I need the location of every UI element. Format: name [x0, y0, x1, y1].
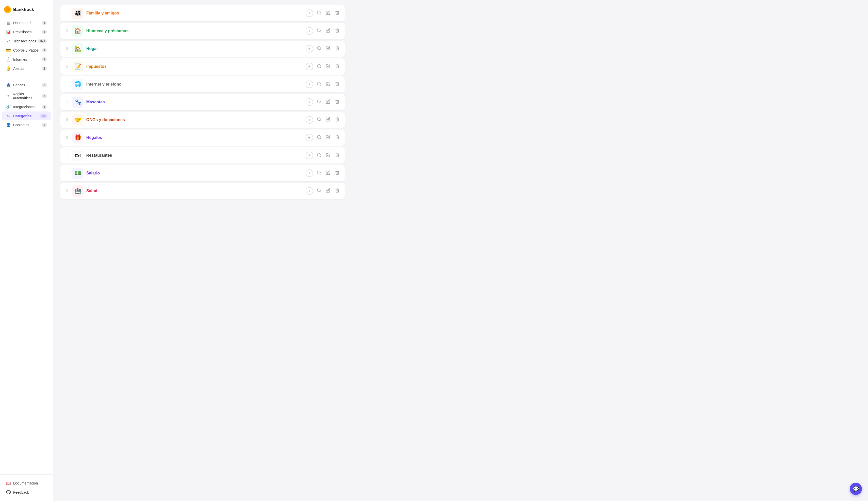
category-search-icon[interactable] — [316, 27, 322, 35]
category-delete-icon[interactable] — [334, 9, 340, 17]
category-delete-icon[interactable] — [334, 63, 340, 70]
category-search-icon[interactable] — [316, 152, 322, 159]
sidebar-bottom: 📖 Documentación 💬 Feedback — [0, 475, 53, 497]
category-search-icon[interactable] — [316, 63, 322, 70]
sidebar-label-previsiones: Previsiones — [13, 30, 32, 34]
category-edit-icon[interactable] — [325, 63, 332, 70]
drag-handle[interactable]: ⠿ — [64, 153, 69, 158]
sidebar-section-main: ▦ Dashboards 1 📊 Previsiones 1 ⇄ Transac… — [0, 18, 53, 73]
sidebar-item-contactos[interactable]: 👤 Contactos 0 — [2, 120, 51, 129]
category-search-icon[interactable] — [316, 134, 322, 141]
sidebar-item-bancos[interactable]: 🏦 Bancos 2 — [2, 81, 51, 90]
sidebar-item-previsiones[interactable]: 📊 Previsiones 1 — [2, 28, 51, 36]
category-add-button[interactable]: + — [306, 81, 313, 88]
drag-handle[interactable]: ⠿ — [64, 171, 69, 175]
category-delete-icon[interactable] — [334, 187, 340, 195]
sidebar-item-documentacion[interactable]: 📖 Documentación — [2, 479, 51, 488]
category-add-button[interactable]: + — [306, 169, 313, 177]
sidebar-item-reglas[interactable]: ✦ Reglas Automáticas 2 — [2, 90, 51, 102]
category-icon: 🏠 — [74, 28, 81, 34]
sidebar-badge-reglas: 2 — [42, 94, 47, 98]
sidebar-item-cobros[interactable]: 💳 Cobros y Pagos 1 — [2, 46, 51, 55]
sidebar-label-cobros: Cobros y Pagos — [13, 48, 39, 52]
category-row: ⠿ 🏥 Salud + — [61, 183, 345, 199]
category-search-icon[interactable] — [316, 187, 322, 195]
drag-handle[interactable]: ⠿ — [64, 11, 69, 15]
category-row: ⠿ 🐾 Mascotas + — [61, 94, 345, 110]
drag-handle[interactable]: ⠿ — [64, 47, 69, 51]
category-icon: 💵 — [74, 170, 81, 177]
svg-line-17 — [320, 156, 321, 157]
category-add-button[interactable]: + — [306, 9, 313, 17]
category-search-icon[interactable] — [316, 169, 322, 177]
category-search-icon[interactable] — [316, 45, 322, 53]
drag-handle[interactable]: ⠿ — [64, 82, 69, 86]
sidebar-label-documentacion: Documentación — [13, 481, 38, 485]
category-delete-icon[interactable] — [334, 134, 340, 141]
category-delete-icon[interactable] — [334, 27, 340, 35]
category-edit-icon[interactable] — [325, 116, 332, 124]
sidebar-item-transacciones[interactable]: ⇄ Transacciones 371 — [2, 36, 51, 46]
sidebar-item-categorias[interactable]: 🏷 Categorías 38 — [2, 111, 51, 120]
category-icon-wrap: 🏥 — [72, 185, 83, 196]
category-search-icon[interactable] — [316, 116, 322, 124]
category-delete-icon[interactable] — [334, 81, 340, 88]
drag-handle[interactable]: ⠿ — [64, 64, 69, 68]
category-add-button[interactable]: + — [306, 27, 313, 35]
sidebar-item-integraciones[interactable]: 🔗 Integraciones 1 — [2, 102, 51, 111]
category-icon-wrap: 📝 — [72, 61, 83, 72]
category-row: ⠿ 📝 Impuestos + — [61, 58, 345, 75]
sidebar-item-dashboards[interactable]: ▦ Dashboards 1 — [2, 18, 51, 28]
contactos-icon: 👤 — [6, 122, 11, 127]
category-search-icon[interactable] — [316, 9, 322, 17]
category-edit-icon[interactable] — [325, 134, 332, 141]
category-add-button[interactable]: + — [306, 98, 313, 106]
category-edit-icon[interactable] — [325, 169, 332, 177]
category-search-icon[interactable] — [316, 98, 322, 106]
category-add-button[interactable]: + — [306, 45, 313, 53]
sidebar-item-informes[interactable]: 📋 Informes 1 — [2, 55, 51, 64]
category-icon: 🌐 — [74, 81, 81, 88]
category-edit-icon[interactable] — [325, 45, 332, 53]
category-actions: + — [306, 187, 340, 195]
category-edit-icon[interactable] — [325, 152, 332, 159]
category-name: Hogar — [86, 46, 303, 51]
category-delete-icon[interactable] — [334, 116, 340, 124]
category-search-icon[interactable] — [316, 81, 322, 88]
category-name: Salud — [86, 189, 303, 193]
category-edit-icon[interactable] — [325, 98, 332, 106]
drag-handle[interactable]: ⠿ — [64, 29, 69, 33]
category-edit-icon[interactable] — [325, 187, 332, 195]
category-add-button[interactable]: + — [306, 152, 313, 159]
category-delete-icon[interactable] — [334, 45, 340, 53]
sidebar-badge-integraciones: 1 — [42, 105, 47, 109]
category-add-button[interactable]: + — [306, 187, 313, 195]
drag-handle[interactable]: ⠿ — [64, 100, 69, 104]
sidebar-item-alertas[interactable]: 🔔 Alertas 2 — [2, 64, 51, 73]
svg-line-3 — [320, 31, 321, 32]
category-list: ⠿ 👨‍👩‍👧 Familia y amigos + — [61, 5, 345, 199]
category-delete-icon[interactable] — [334, 169, 340, 177]
category-add-button[interactable]: + — [306, 134, 313, 141]
drag-handle[interactable]: ⠿ — [64, 189, 69, 193]
category-edit-icon[interactable] — [325, 27, 332, 35]
category-edit-icon[interactable] — [325, 9, 332, 17]
sidebar-label-alertas: Alertas — [13, 66, 24, 71]
category-icon-wrap: 👨‍👩‍👧 — [72, 8, 83, 19]
category-row: ⠿ 🏠 Hipoteca y préstamos + — [61, 23, 345, 39]
category-add-button[interactable]: + — [306, 63, 313, 70]
category-edit-icon[interactable] — [325, 81, 332, 88]
drag-handle[interactable]: ⠿ — [64, 136, 69, 140]
category-name: Restaurantes — [86, 153, 303, 158]
category-icon: 🏡 — [74, 45, 81, 52]
chat-button[interactable]: 💬 — [850, 483, 862, 495]
category-name: Regalos — [86, 135, 303, 140]
category-delete-icon[interactable] — [334, 152, 340, 159]
category-actions: + — [306, 45, 340, 53]
category-icon-wrap: 🍽 — [72, 150, 83, 161]
sidebar-item-feedback[interactable]: 💬 Feedback — [2, 488, 51, 497]
category-add-button[interactable]: + — [306, 116, 313, 124]
drag-handle[interactable]: ⠿ — [64, 118, 69, 122]
category-icon-wrap: 🤝 — [72, 114, 83, 126]
category-delete-icon[interactable] — [334, 98, 340, 106]
